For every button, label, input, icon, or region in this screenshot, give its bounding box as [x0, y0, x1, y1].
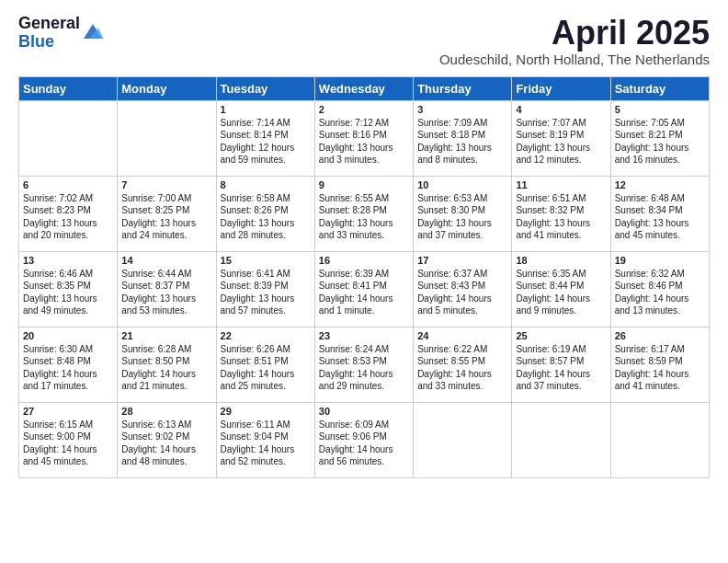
day-info: Sunrise: 6:11 AMSunset: 9:04 PMDaylight:…	[221, 419, 311, 468]
day-info: Sunrise: 6:26 AMSunset: 8:51 PMDaylight:…	[221, 343, 311, 393]
day-info: Sunrise: 6:17 AMSunset: 8:59 PMDaylight:…	[615, 343, 705, 393]
day-info: Sunrise: 6:37 AMSunset: 8:43 PMDaylight:…	[417, 268, 507, 317]
logo-icon	[80, 18, 106, 44]
table-row: 4Sunrise: 7:07 AMSunset: 8:19 PMDaylight…	[512, 100, 610, 176]
calendar-header-row: Sunday Monday Tuesday Wednesday Thursday…	[19, 76, 710, 100]
table-row: 3Sunrise: 7:09 AMSunset: 8:18 PMDaylight…	[414, 100, 512, 176]
calendar-week-row: 13Sunrise: 6:46 AMSunset: 8:35 PMDayligh…	[19, 251, 710, 327]
table-row: 11Sunrise: 6:51 AMSunset: 8:32 PMDayligh…	[512, 176, 610, 251]
calendar-week-row: 1Sunrise: 7:14 AMSunset: 8:14 PMDaylight…	[19, 100, 710, 176]
logo-general: General	[18, 15, 80, 33]
day-info: Sunrise: 6:22 AMSunset: 8:55 PMDaylight:…	[417, 343, 507, 393]
table-row: 22Sunrise: 6:26 AMSunset: 8:51 PMDayligh…	[216, 327, 314, 402]
col-friday: Friday	[512, 76, 610, 100]
col-sunday: Sunday	[19, 76, 118, 100]
day-number: 5	[615, 104, 705, 115]
day-number: 12	[615, 179, 705, 190]
day-number: 15	[221, 255, 311, 266]
table-row: 26Sunrise: 6:17 AMSunset: 8:59 PMDayligh…	[610, 327, 709, 402]
table-row: 20Sunrise: 6:30 AMSunset: 8:48 PMDayligh…	[19, 327, 118, 402]
day-number: 27	[23, 406, 113, 417]
day-info: Sunrise: 6:48 AMSunset: 8:34 PMDaylight:…	[615, 192, 705, 242]
day-info: Sunrise: 6:46 AMSunset: 8:35 PMDaylight:…	[23, 268, 113, 317]
page: General Blue April 2025 Oudeschild, Nort…	[0, 0, 728, 563]
day-info: Sunrise: 6:19 AMSunset: 8:57 PMDaylight:…	[516, 343, 606, 393]
table-row: 1Sunrise: 7:14 AMSunset: 8:14 PMDaylight…	[216, 100, 314, 176]
table-row: 6Sunrise: 7:02 AMSunset: 8:23 PMDaylight…	[19, 176, 118, 251]
col-saturday: Saturday	[610, 76, 709, 100]
day-info: Sunrise: 6:55 AMSunset: 8:28 PMDaylight:…	[319, 192, 409, 242]
day-number: 13	[23, 255, 113, 266]
day-number: 10	[417, 179, 507, 190]
logo-blue: Blue	[18, 33, 80, 52]
table-row: 28Sunrise: 6:13 AMSunset: 9:02 PMDayligh…	[118, 402, 216, 477]
day-number: 1	[221, 104, 311, 115]
day-info: Sunrise: 6:32 AMSunset: 8:46 PMDaylight:…	[615, 268, 705, 317]
day-info: Sunrise: 7:07 AMSunset: 8:19 PMDaylight:…	[516, 117, 606, 167]
table-row: 9Sunrise: 6:55 AMSunset: 8:28 PMDaylight…	[314, 176, 413, 251]
col-monday: Monday	[118, 76, 216, 100]
day-number: 4	[516, 104, 606, 115]
day-number: 18	[516, 255, 606, 266]
day-info: Sunrise: 7:14 AMSunset: 8:14 PMDaylight:…	[221, 117, 311, 167]
table-row: 14Sunrise: 6:44 AMSunset: 8:37 PMDayligh…	[118, 251, 216, 327]
table-row: 2Sunrise: 7:12 AMSunset: 8:16 PMDaylight…	[314, 100, 413, 176]
day-info: Sunrise: 6:58 AMSunset: 8:26 PMDaylight:…	[221, 192, 311, 242]
day-number: 23	[319, 330, 409, 341]
day-info: Sunrise: 6:51 AMSunset: 8:32 PMDaylight:…	[516, 192, 606, 242]
calendar-table: Sunday Monday Tuesday Wednesday Thursday…	[18, 76, 710, 478]
calendar-week-row: 20Sunrise: 6:30 AMSunset: 8:48 PMDayligh…	[19, 327, 710, 402]
table-row	[414, 402, 512, 477]
title-block: April 2025 Oudeschild, North Holland, Th…	[439, 15, 710, 67]
day-info: Sunrise: 7:09 AMSunset: 8:18 PMDaylight:…	[417, 117, 507, 167]
table-row: 10Sunrise: 6:53 AMSunset: 8:30 PMDayligh…	[414, 176, 512, 251]
day-info: Sunrise: 7:05 AMSunset: 8:21 PMDaylight:…	[615, 117, 705, 167]
table-row: 15Sunrise: 6:41 AMSunset: 8:39 PMDayligh…	[216, 251, 314, 327]
calendar-week-row: 6Sunrise: 7:02 AMSunset: 8:23 PMDaylight…	[19, 176, 710, 251]
day-number: 19	[615, 255, 705, 266]
table-row: 29Sunrise: 6:11 AMSunset: 9:04 PMDayligh…	[216, 402, 314, 477]
day-number: 2	[319, 104, 409, 115]
table-row: 8Sunrise: 6:58 AMSunset: 8:26 PMDaylight…	[216, 176, 314, 251]
day-number: 22	[221, 330, 311, 341]
table-row	[118, 100, 216, 176]
day-info: Sunrise: 6:41 AMSunset: 8:39 PMDaylight:…	[221, 268, 311, 317]
day-info: Sunrise: 7:12 AMSunset: 8:16 PMDaylight:…	[319, 117, 409, 167]
col-wednesday: Wednesday	[314, 76, 413, 100]
day-info: Sunrise: 6:44 AMSunset: 8:37 PMDaylight:…	[121, 268, 211, 317]
table-row: 30Sunrise: 6:09 AMSunset: 9:06 PMDayligh…	[314, 402, 413, 477]
day-number: 28	[121, 406, 211, 417]
table-row: 5Sunrise: 7:05 AMSunset: 8:21 PMDaylight…	[610, 100, 709, 176]
table-row	[512, 402, 610, 477]
table-row: 13Sunrise: 6:46 AMSunset: 8:35 PMDayligh…	[19, 251, 118, 327]
day-number: 21	[121, 330, 211, 341]
day-number: 11	[516, 179, 606, 190]
day-info: Sunrise: 6:35 AMSunset: 8:44 PMDaylight:…	[516, 268, 606, 317]
day-number: 30	[319, 406, 409, 417]
day-info: Sunrise: 7:00 AMSunset: 8:25 PMDaylight:…	[121, 192, 211, 242]
table-row: 12Sunrise: 6:48 AMSunset: 8:34 PMDayligh…	[610, 176, 709, 251]
col-tuesday: Tuesday	[216, 76, 314, 100]
day-info: Sunrise: 6:53 AMSunset: 8:30 PMDaylight:…	[417, 192, 507, 242]
title-location: Oudeschild, North Holland, The Netherlan…	[439, 52, 710, 67]
table-row: 18Sunrise: 6:35 AMSunset: 8:44 PMDayligh…	[512, 251, 610, 327]
day-number: 6	[23, 179, 113, 190]
table-row: 25Sunrise: 6:19 AMSunset: 8:57 PMDayligh…	[512, 327, 610, 402]
day-number: 17	[417, 255, 507, 266]
day-info: Sunrise: 6:30 AMSunset: 8:48 PMDaylight:…	[23, 343, 113, 393]
day-info: Sunrise: 6:28 AMSunset: 8:50 PMDaylight:…	[121, 343, 211, 393]
day-number: 25	[516, 330, 606, 341]
table-row: 16Sunrise: 6:39 AMSunset: 8:41 PMDayligh…	[314, 251, 413, 327]
day-number: 16	[319, 255, 409, 266]
table-row: 27Sunrise: 6:15 AMSunset: 9:00 PMDayligh…	[19, 402, 118, 477]
day-number: 14	[121, 255, 211, 266]
day-number: 8	[221, 179, 311, 190]
table-row: 7Sunrise: 7:00 AMSunset: 8:25 PMDaylight…	[118, 176, 216, 251]
day-info: Sunrise: 7:02 AMSunset: 8:23 PMDaylight:…	[23, 192, 113, 242]
day-number: 24	[417, 330, 507, 341]
table-row: 17Sunrise: 6:37 AMSunset: 8:43 PMDayligh…	[414, 251, 512, 327]
table-row: 21Sunrise: 6:28 AMSunset: 8:50 PMDayligh…	[118, 327, 216, 402]
logo: General Blue	[18, 15, 106, 52]
day-info: Sunrise: 6:13 AMSunset: 9:02 PMDaylight:…	[121, 419, 211, 468]
day-info: Sunrise: 6:24 AMSunset: 8:53 PMDaylight:…	[319, 343, 409, 393]
